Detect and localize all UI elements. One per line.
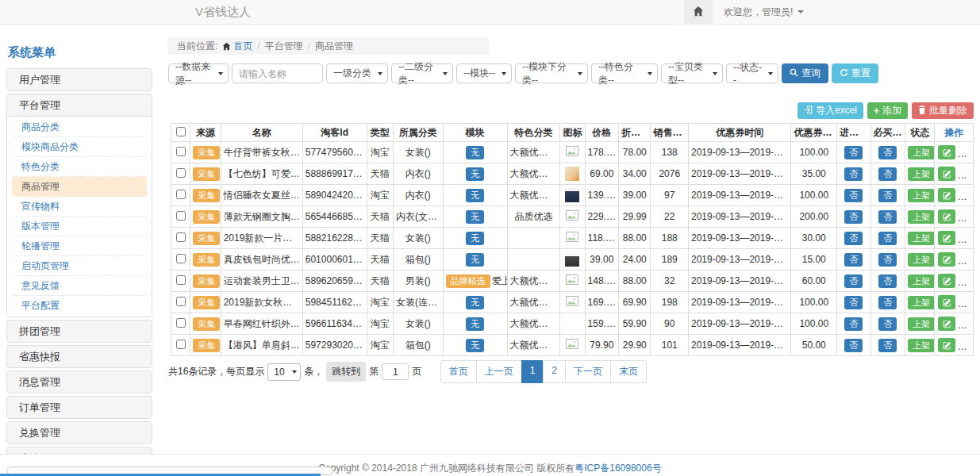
must-buy-toggle-badge[interactable]: 否 [878, 146, 897, 159]
row-checkbox[interactable] [176, 254, 186, 263]
import-select-toggle-badge[interactable]: 否 [844, 274, 863, 288]
level2-category-filter-select[interactable]: --二级分类-- [391, 63, 453, 83]
sidebar-section-toggle-order-manage[interactable]: 订单管理 [7, 397, 152, 418]
page-link-p1[interactable]: 1 [521, 360, 544, 383]
column-header-7: 特色分类 [507, 124, 560, 142]
sidebar-section-toggle-platform-manage[interactable]: 平台管理 [7, 94, 152, 116]
edit-button[interactable] [938, 145, 955, 159]
import-select-toggle-badge[interactable]: 否 [844, 210, 863, 224]
page-link-first[interactable]: 首页 [440, 360, 477, 383]
edit-button[interactable] [938, 274, 955, 288]
edit-button[interactable] [938, 188, 955, 202]
must-buy-toggle-badge[interactable]: 否 [878, 253, 897, 267]
status-badge[interactable]: 上架 [908, 210, 935, 224]
row-checkbox[interactable] [176, 318, 186, 328]
edit-button[interactable] [938, 167, 955, 181]
breadcrumb-home-link[interactable]: 首页 [222, 40, 252, 53]
status-badge[interactable]: 上架 [908, 189, 935, 202]
page-link-next[interactable]: 下一页 [565, 360, 611, 383]
edit-button[interactable] [938, 209, 955, 224]
import-select-toggle-badge[interactable]: 否 [844, 317, 863, 331]
cell-name: 【港风】单肩斜跨链条... [221, 335, 302, 356]
must-buy-toggle-badge[interactable]: 否 [878, 274, 897, 288]
page-number-input[interactable] [382, 363, 409, 380]
home-nav-button[interactable] [684, 0, 713, 24]
status-badge[interactable]: 上架 [908, 232, 935, 245]
must-buy-toggle-badge[interactable]: 否 [878, 210, 897, 224]
status-badge[interactable]: 上架 [908, 253, 935, 267]
batch-delete-button[interactable]: 批量删除 [912, 102, 974, 119]
status-badge[interactable]: 上架 [908, 317, 935, 331]
row-checkbox[interactable] [176, 232, 186, 242]
sidebar-item-version-manage[interactable]: 版本管理 [12, 217, 147, 236]
page-link-last[interactable]: 末页 [610, 360, 647, 383]
must-buy-toggle-badge[interactable]: 否 [878, 232, 897, 245]
reset-button[interactable]: 重置 [832, 63, 878, 83]
import-select-toggle-badge[interactable]: 否 [844, 146, 863, 159]
must-buy-toggle-badge[interactable]: 否 [878, 189, 897, 202]
status-filter-select[interactable]: --状态-- [726, 63, 778, 83]
edit-button[interactable] [938, 338, 955, 352]
sidebar-item-feature-category[interactable]: 特色分类 [12, 157, 147, 177]
sidebar-item-carousel-manage[interactable]: 轮播管理 [12, 236, 147, 256]
edit-button[interactable] [938, 252, 955, 267]
select-all-checkbox[interactable] [176, 127, 186, 136]
sidebar-item-platform-config[interactable]: 平台配置 [12, 296, 147, 316]
import-select-toggle-badge[interactable]: 否 [844, 296, 863, 309]
row-checkbox[interactable] [176, 275, 186, 285]
edit-button[interactable] [938, 317, 955, 331]
status-badge[interactable]: 上架 [908, 167, 935, 181]
sidebar-section-toggle-saving-express[interactable]: 省惠快报 [7, 346, 152, 367]
status-badge[interactable]: 上架 [908, 296, 935, 309]
user-menu[interactable]: 欢迎您，管理员! [713, 0, 815, 24]
edit-button[interactable] [938, 295, 955, 309]
row-checkbox[interactable] [176, 297, 186, 306]
row-checkbox[interactable] [176, 190, 186, 199]
sidebar-item-feedback[interactable]: 意见反馈 [12, 276, 147, 296]
import-select-toggle-badge[interactable]: 否 [844, 232, 863, 245]
import-select-toggle-badge[interactable]: 否 [844, 253, 863, 267]
import-select-toggle-badge[interactable]: 否 [844, 167, 863, 181]
status-badge[interactable]: 上架 [908, 146, 935, 159]
status-badge[interactable]: 上架 [908, 339, 935, 352]
row-checkbox[interactable] [176, 147, 186, 156]
sidebar-item-goods-manage[interactable]: 商品管理 [12, 177, 147, 197]
level1-category-filter-select[interactable]: 一级分类 [326, 63, 388, 83]
import-select-toggle-badge[interactable]: 否 [844, 189, 863, 202]
page-link-p2[interactable]: 2 [543, 360, 566, 383]
module-filter-value: --模块-- [463, 67, 495, 80]
add-button[interactable]: +添加 [867, 102, 908, 119]
status-badge[interactable]: 上架 [908, 274, 935, 288]
must-buy-toggle-badge[interactable]: 否 [878, 296, 897, 309]
sidebar-section-toggle-groupon-manage[interactable]: 拼团管理 [7, 321, 152, 342]
per-page-select[interactable]: 10 [267, 363, 301, 381]
data-source-filter-select[interactable]: --数据来源-- [168, 63, 229, 83]
sidebar-section-toggle-user-manage[interactable]: 用户管理 [7, 69, 152, 90]
module-sub-category-filter-select[interactable]: --模块下分类-- [515, 63, 588, 83]
cell-category: 内衣() [394, 185, 444, 206]
sidebar-item-splash-manage[interactable]: 启动页管理 [12, 256, 147, 276]
jump-button[interactable]: 跳转到 [326, 362, 366, 382]
sidebar-item-promo-material[interactable]: 宣传物料 [12, 197, 147, 217]
table-row: 采集2019新款一片式系...588216228899天猫女装()无118.00… [171, 228, 974, 249]
row-checkbox[interactable] [176, 168, 186, 178]
row-checkbox[interactable] [176, 340, 186, 349]
name-filter-input[interactable] [232, 63, 323, 83]
must-buy-toggle-badge[interactable]: 否 [878, 317, 897, 331]
feature-category-filter-select[interactable]: --特色分类-- [591, 63, 658, 83]
module-filter-select[interactable]: --模块-- [456, 63, 512, 83]
search-button[interactable]: 查询 [782, 63, 828, 83]
import-select-toggle-badge[interactable]: 否 [844, 339, 863, 352]
edit-button[interactable] [938, 231, 955, 245]
must-buy-toggle-badge[interactable]: 否 [878, 339, 897, 352]
icp-link[interactable]: 粤ICP备16098006号 [575, 463, 661, 474]
must-buy-toggle-badge[interactable]: 否 [878, 167, 897, 181]
page-link-prev[interactable]: 上一页 [476, 360, 522, 383]
row-checkbox[interactable] [176, 211, 186, 221]
sidebar-item-goods-category[interactable]: 商品分类 [12, 117, 147, 137]
import-excel-button[interactable]: 导入excel [797, 102, 863, 119]
item-type-filter-select[interactable]: --宝贝类型-- [661, 63, 723, 83]
sidebar-section-toggle-message-manage[interactable]: 消息管理 [7, 371, 152, 393]
sidebar-section-toggle-exchange-manage[interactable]: 兑换管理 [7, 422, 152, 443]
sidebar-item-module-goods-category[interactable]: 模块商品分类 [12, 137, 147, 157]
